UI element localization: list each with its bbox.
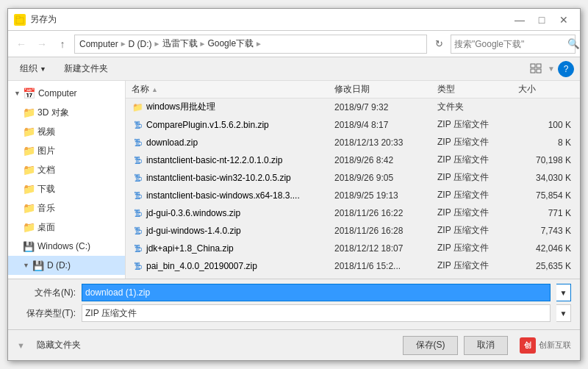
folder-3d-icon: 📁 (23, 107, 35, 118)
file-date-cell: 2018/11/26 16:22 (334, 208, 437, 218)
back-button[interactable]: ← (12, 35, 30, 53)
folder-downloads-icon: 📁 (23, 184, 35, 194)
footer-left: ▼ 隐藏文件夹 (17, 336, 87, 355)
save-button[interactable]: 保存(S) (403, 336, 458, 355)
watermark: 创 创新互联 (520, 337, 571, 354)
file-size-cell: 7,743 K (518, 226, 577, 236)
file-type-cell: ZIP 压缩文件 (437, 259, 518, 272)
tree-item-downloads[interactable]: 📁 下载 (8, 179, 125, 198)
filename-dropdown-button[interactable]: ▼ (556, 284, 571, 301)
brand-logo-icon: 创 (520, 337, 536, 354)
close-button[interactable]: ✕ (553, 12, 574, 28)
svg-rect-2 (531, 64, 535, 68)
tree-item-pictures[interactable]: 📁 图片 (8, 141, 125, 160)
file-table: 名称 ▲ 修改日期 类型 大小 📁 (126, 81, 580, 279)
desktop-label: 桌面 (37, 221, 55, 234)
table-row[interactable]: 🗜 instantclient-basic-nt-12.2.0.1.0.zip … (126, 151, 580, 169)
col-header-size[interactable]: 大小 (518, 83, 577, 96)
tree-item-music[interactable]: 📁 音乐 (8, 198, 125, 218)
file-name-cell: 🗜 jd-gui-0.3.6.windows.zip (129, 207, 334, 219)
file-date-cell: 2018/9/26 9:05 (334, 173, 437, 183)
filename-input[interactable] (82, 284, 551, 301)
dialog-icon (14, 14, 26, 26)
file-type-cell: ZIP 压缩文件 (437, 118, 518, 131)
tree-item-video[interactable]: 📁 视频 (8, 122, 125, 141)
toolbar: 组织 ▼ 新建文件夹 ▼ ? (8, 57, 580, 81)
zip-file-icon: 🗜 (132, 207, 143, 219)
file-name-cell: 🗜 ComparePlugin.v1.5.6.2.bin.zip (129, 119, 334, 131)
file-date-cell: 2018/9/26 8:42 (334, 155, 437, 165)
view-mode-button[interactable] (527, 60, 545, 78)
bottom-area: 文件名(N): ▼ 保存类型(T): ZIP 压缩文件 ▼ (8, 279, 580, 329)
table-row[interactable]: 🗜 ComparePlugin.v1.5.6.2.bin.zip 2018/9/… (126, 116, 580, 134)
breadcrumb-d[interactable]: D (D:) (129, 39, 152, 49)
toolbar-right: ▼ ? (527, 60, 574, 78)
hide-folder-button[interactable]: 隐藏文件夹 (31, 336, 87, 355)
col-header-date[interactable]: 修改日期 (334, 83, 437, 96)
new-folder-button[interactable]: 新建文件夹 (58, 60, 114, 78)
tree-item-drive-d[interactable]: ▼ 💾 D (D:) (8, 256, 125, 275)
video-label: 视频 (37, 126, 55, 138)
hide-folder-label: 隐藏文件夹 (37, 339, 81, 351)
cancel-button[interactable]: 取消 (464, 336, 508, 355)
breadcrumb-google[interactable]: Google下载 (207, 37, 254, 50)
search-button[interactable]: 🔍 (567, 35, 580, 53)
filename-label: 文件名(N): (17, 287, 76, 299)
col-header-name[interactable]: 名称 ▲ (129, 83, 334, 96)
folder-desktop-icon: 📁 (23, 222, 35, 232)
forward-button[interactable]: → (33, 35, 51, 53)
file-size-cell: 34,030 K (518, 173, 577, 183)
sep3: ► (199, 40, 207, 48)
tree-item-drive-c[interactable]: 💾 Windows (C:) (8, 237, 125, 256)
table-row[interactable]: 🗜 download.zip 2018/12/13 20:33 ZIP 压缩文件… (126, 134, 580, 151)
file-date-cell: 2018/11/6 15:2... (334, 261, 437, 271)
file-size-cell: 100 K (518, 120, 577, 130)
left-panel: ▼ 📅 Computer 📁 3D 对象 📁 视频 📁 图片 📁 文档 � (8, 81, 126, 279)
filetype-value: ZIP 压缩文件 (85, 307, 137, 320)
filetype-dropdown-button[interactable]: ▼ (556, 304, 571, 322)
organize-button[interactable]: 组织 ▼ (14, 60, 52, 78)
table-row[interactable]: 🗜 pai_bin_4.0.0_20190007.zip 2018/11/6 1… (126, 257, 580, 275)
tree-item-computer[interactable]: ▼ 📅 Computer (8, 84, 125, 103)
file-date-cell: 2018/11/26 16:28 (334, 226, 437, 236)
tree-item-desktop[interactable]: 📁 桌面 (8, 218, 125, 237)
file-name-cell: 📁 windows用批处理 (129, 101, 334, 113)
file-name-cell: 🗜 instantclient-basic-win32-10.2.0.5.zip (129, 172, 334, 184)
view-icon (530, 63, 542, 75)
breadcrumb-xunlei[interactable]: 迅雷下载 (162, 37, 198, 50)
help-button[interactable]: ? (558, 61, 574, 77)
tree-item-3d[interactable]: 📁 3D 对象 (8, 103, 125, 122)
svg-rect-3 (537, 64, 541, 68)
pictures-label: 图片 (37, 145, 55, 157)
table-row[interactable]: 🗜 instantclient-basic-windows.x64-18.3..… (126, 187, 580, 204)
table-row[interactable]: 🗜 jdk+api+1.8_China.zip 2018/12/12 18:07… (126, 240, 580, 257)
brand-label: 创新互联 (539, 340, 571, 351)
addressbar: ← → ↑ Computer ► D (D:) ► 迅雷下载 ► Google下… (8, 31, 580, 57)
folder-pictures-icon: 📁 (23, 146, 35, 156)
3d-label: 3D 对象 (37, 107, 69, 119)
tree-item-docs[interactable]: 📁 文档 (8, 160, 125, 179)
up-button[interactable]: ↑ (54, 35, 71, 53)
file-type-cell: 文件夹 (437, 101, 518, 113)
table-row[interactable]: 🗜 instantclient-basic-win32-10.2.0.5.zip… (126, 169, 580, 187)
table-row[interactable]: 📁 windows用批处理 2018/9/7 9:32 文件夹 (126, 98, 580, 116)
downloads-label: 下载 (37, 183, 55, 196)
zip-file-icon: 🗜 (132, 243, 143, 254)
search-input[interactable] (451, 39, 567, 49)
file-size-cell: 8 K (518, 137, 577, 148)
file-size-cell: 70,198 K (518, 155, 577, 165)
file-type-cell: ZIP 压缩文件 (437, 224, 518, 237)
sep4: ► (255, 40, 262, 48)
table-row[interactable]: 🗜 jd-gui-0.3.6.windows.zip 2018/11/26 16… (126, 204, 580, 222)
col-header-type[interactable]: 类型 (437, 83, 518, 96)
maximize-button[interactable]: □ (531, 12, 552, 28)
zip-file-icon: 🗜 (132, 119, 143, 131)
drive-d-expand: ▼ (23, 262, 29, 269)
computer-expand: ▼ (14, 90, 21, 97)
file-type-cell: ZIP 压缩文件 (437, 136, 518, 148)
minimize-button[interactable]: — (509, 12, 530, 28)
table-row[interactable]: 🗜 jd-gui-windows-1.4.0.zip 2018/11/26 16… (126, 222, 580, 240)
refresh-button[interactable]: ↻ (430, 35, 448, 53)
breadcrumb-computer[interactable]: Computer (79, 39, 118, 49)
zip-file-icon: 🗜 (132, 172, 143, 184)
